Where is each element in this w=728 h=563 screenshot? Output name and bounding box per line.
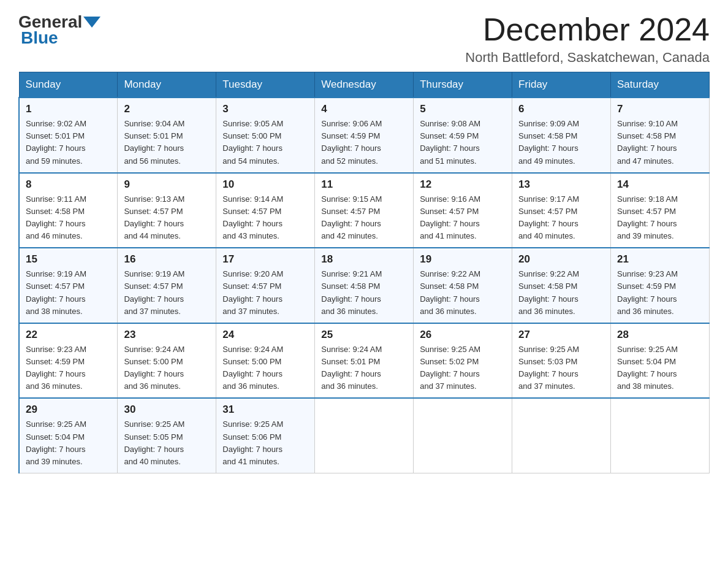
- day-number: 12: [420, 178, 506, 191]
- logo: General Blue: [18, 12, 102, 48]
- month-title: December 2024: [465, 12, 710, 47]
- day-number: 31: [222, 404, 308, 416]
- weekday-header-tuesday: Tuesday: [216, 72, 315, 98]
- day-info: Sunrise: 9:09 AMSunset: 4:58 PMDaylight:…: [518, 118, 604, 167]
- day-number: 22: [26, 329, 111, 341]
- calendar-cell: 8Sunrise: 9:11 AMSunset: 4:58 PMDaylight…: [19, 173, 118, 248]
- calendar-cell: 3Sunrise: 9:05 AMSunset: 5:00 PMDaylight…: [216, 98, 315, 173]
- day-number: 17: [222, 253, 308, 266]
- day-info: Sunrise: 9:11 AMSunset: 4:58 PMDaylight:…: [26, 193, 111, 243]
- calendar-cell: [611, 398, 710, 473]
- logo-blue-text: Blue: [21, 28, 58, 47]
- day-number: 21: [617, 253, 703, 266]
- calendar-cell: 22Sunrise: 9:23 AMSunset: 4:59 PMDayligh…: [19, 323, 118, 399]
- day-info: Sunrise: 9:13 AMSunset: 4:57 PMDaylight:…: [124, 193, 210, 243]
- day-info: Sunrise: 9:25 AMSunset: 5:03 PMDaylight:…: [518, 343, 604, 393]
- day-number: 30: [124, 404, 210, 416]
- calendar-cell: 15Sunrise: 9:19 AMSunset: 4:57 PMDayligh…: [19, 248, 118, 323]
- calendar-week-row: 29Sunrise: 9:25 AMSunset: 5:04 PMDayligh…: [19, 398, 710, 473]
- day-info: Sunrise: 9:20 AMSunset: 4:57 PMDaylight:…: [222, 268, 308, 318]
- calendar-cell: [315, 398, 414, 473]
- calendar-cell: 24Sunrise: 9:24 AMSunset: 5:00 PMDayligh…: [216, 323, 315, 399]
- calendar-week-row: 15Sunrise: 9:19 AMSunset: 4:57 PMDayligh…: [19, 248, 710, 323]
- day-number: 16: [124, 253, 210, 266]
- day-number: 1: [26, 103, 111, 115]
- calendar-cell: 2Sunrise: 9:04 AMSunset: 5:01 PMDaylight…: [118, 98, 216, 173]
- day-info: Sunrise: 9:22 AMSunset: 4:58 PMDaylight:…: [518, 268, 604, 318]
- calendar-cell: 1Sunrise: 9:02 AMSunset: 5:01 PMDaylight…: [19, 98, 118, 173]
- calendar-week-row: 1Sunrise: 9:02 AMSunset: 5:01 PMDaylight…: [19, 98, 710, 173]
- calendar-cell: [512, 398, 611, 473]
- day-info: Sunrise: 9:23 AMSunset: 4:59 PMDaylight:…: [26, 343, 111, 393]
- day-info: Sunrise: 9:10 AMSunset: 4:58 PMDaylight:…: [617, 118, 703, 167]
- title-area: December 2024 North Battleford, Saskatch…: [465, 12, 710, 66]
- calendar-cell: 13Sunrise: 9:17 AMSunset: 4:57 PMDayligh…: [512, 173, 611, 248]
- day-info: Sunrise: 9:18 AMSunset: 4:57 PMDaylight:…: [617, 193, 703, 243]
- day-number: 13: [518, 178, 604, 191]
- day-info: Sunrise: 9:24 AMSunset: 5:00 PMDaylight:…: [124, 343, 210, 393]
- calendar-cell: 9Sunrise: 9:13 AMSunset: 4:57 PMDaylight…: [118, 173, 216, 248]
- day-number: 9: [124, 178, 210, 191]
- location-title: North Battleford, Saskatchewan, Canada: [465, 50, 710, 66]
- day-number: 20: [518, 253, 604, 266]
- day-info: Sunrise: 9:25 AMSunset: 5:02 PMDaylight:…: [420, 343, 506, 393]
- logo-triangle-icon: [83, 17, 100, 28]
- calendar-week-row: 8Sunrise: 9:11 AMSunset: 4:58 PMDaylight…: [19, 173, 710, 248]
- day-info: Sunrise: 9:05 AMSunset: 5:00 PMDaylight:…: [222, 118, 308, 167]
- day-number: 4: [321, 103, 407, 115]
- day-info: Sunrise: 9:23 AMSunset: 4:59 PMDaylight:…: [617, 268, 703, 318]
- day-info: Sunrise: 9:19 AMSunset: 4:57 PMDaylight:…: [124, 268, 210, 318]
- day-info: Sunrise: 9:02 AMSunset: 5:01 PMDaylight:…: [26, 118, 111, 167]
- calendar-table: SundayMondayTuesdayWednesdayThursdayFrid…: [18, 72, 710, 473]
- day-number: 3: [222, 103, 308, 115]
- calendar-cell: 20Sunrise: 9:22 AMSunset: 4:58 PMDayligh…: [512, 248, 611, 323]
- calendar-week-row: 22Sunrise: 9:23 AMSunset: 4:59 PMDayligh…: [19, 323, 710, 399]
- calendar-cell: 18Sunrise: 9:21 AMSunset: 4:58 PMDayligh…: [315, 248, 414, 323]
- weekday-header-monday: Monday: [118, 72, 216, 98]
- day-number: 8: [26, 178, 111, 191]
- calendar-cell: 31Sunrise: 9:25 AMSunset: 5:06 PMDayligh…: [216, 398, 315, 473]
- weekday-header-wednesday: Wednesday: [315, 72, 414, 98]
- calendar-cell: 21Sunrise: 9:23 AMSunset: 4:59 PMDayligh…: [611, 248, 710, 323]
- day-info: Sunrise: 9:17 AMSunset: 4:57 PMDaylight:…: [518, 193, 604, 243]
- calendar-cell: 16Sunrise: 9:19 AMSunset: 4:57 PMDayligh…: [118, 248, 216, 323]
- calendar-cell: 25Sunrise: 9:24 AMSunset: 5:01 PMDayligh…: [315, 323, 414, 399]
- day-info: Sunrise: 9:08 AMSunset: 4:59 PMDaylight:…: [420, 118, 506, 167]
- day-info: Sunrise: 9:06 AMSunset: 4:59 PMDaylight:…: [321, 118, 407, 167]
- weekday-header-row: SundayMondayTuesdayWednesdayThursdayFrid…: [19, 72, 710, 98]
- calendar-cell: 19Sunrise: 9:22 AMSunset: 4:58 PMDayligh…: [414, 248, 512, 323]
- day-number: 28: [617, 329, 703, 341]
- calendar-cell: 26Sunrise: 9:25 AMSunset: 5:02 PMDayligh…: [414, 323, 512, 399]
- day-number: 5: [420, 103, 506, 115]
- day-info: Sunrise: 9:25 AMSunset: 5:06 PMDaylight:…: [222, 418, 308, 468]
- day-number: 10: [222, 178, 308, 191]
- day-info: Sunrise: 9:25 AMSunset: 5:04 PMDaylight:…: [26, 418, 111, 468]
- calendar-cell: 29Sunrise: 9:25 AMSunset: 5:04 PMDayligh…: [19, 398, 118, 473]
- calendar-cell: 17Sunrise: 9:20 AMSunset: 4:57 PMDayligh…: [216, 248, 315, 323]
- calendar-cell: 6Sunrise: 9:09 AMSunset: 4:58 PMDaylight…: [512, 98, 611, 173]
- day-info: Sunrise: 9:15 AMSunset: 4:57 PMDaylight:…: [321, 193, 407, 243]
- weekday-header-friday: Friday: [512, 72, 611, 98]
- day-number: 11: [321, 178, 407, 191]
- day-info: Sunrise: 9:24 AMSunset: 5:00 PMDaylight:…: [222, 343, 308, 393]
- day-number: 23: [124, 329, 210, 341]
- day-number: 29: [26, 404, 111, 416]
- day-info: Sunrise: 9:22 AMSunset: 4:58 PMDaylight:…: [420, 268, 506, 318]
- calendar-cell: [414, 398, 512, 473]
- day-number: 26: [420, 329, 506, 341]
- calendar-cell: 4Sunrise: 9:06 AMSunset: 4:59 PMDaylight…: [315, 98, 414, 173]
- day-number: 6: [518, 103, 604, 115]
- day-number: 18: [321, 253, 407, 266]
- weekday-header-thursday: Thursday: [414, 72, 512, 98]
- weekday-header-sunday: Sunday: [19, 72, 118, 98]
- day-info: Sunrise: 9:16 AMSunset: 4:57 PMDaylight:…: [420, 193, 506, 243]
- day-number: 14: [617, 178, 703, 191]
- calendar-cell: 5Sunrise: 9:08 AMSunset: 4:59 PMDaylight…: [414, 98, 512, 173]
- calendar-cell: 28Sunrise: 9:25 AMSunset: 5:04 PMDayligh…: [611, 323, 710, 399]
- day-info: Sunrise: 9:14 AMSunset: 4:57 PMDaylight:…: [222, 193, 308, 243]
- day-info: Sunrise: 9:19 AMSunset: 4:57 PMDaylight:…: [26, 268, 111, 318]
- page-header: General Blue December 2024 North Battlef…: [18, 12, 710, 66]
- day-number: 24: [222, 329, 308, 341]
- calendar-cell: 11Sunrise: 9:15 AMSunset: 4:57 PMDayligh…: [315, 173, 414, 248]
- day-number: 27: [518, 329, 604, 341]
